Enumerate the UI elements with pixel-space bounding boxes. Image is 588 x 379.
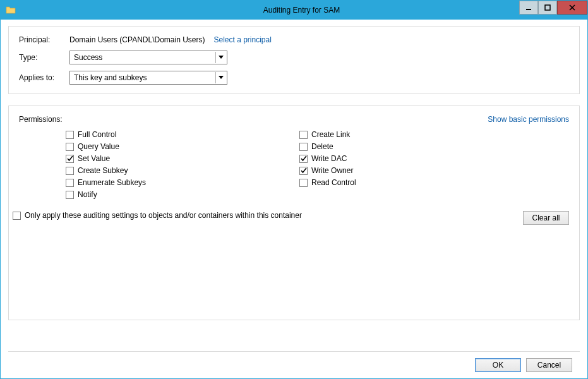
permission-checkbox[interactable]: [299, 131, 308, 139]
show-basic-permissions-link[interactable]: Show basic permissions: [488, 115, 569, 124]
permission-label: Write DAC: [311, 154, 347, 163]
permission-label: Create Link: [311, 130, 350, 139]
select-principal-link[interactable]: Select a principal: [214, 35, 272, 44]
permission-row: Read Control: [299, 178, 486, 187]
titlebar[interactable]: Auditing Entry for SAM: [1, 1, 587, 20]
type-dropdown[interactable]: Success: [69, 51, 227, 64]
permission-checkbox[interactable]: [299, 167, 308, 175]
maximize-button[interactable]: [538, 1, 557, 15]
permissions-columns: Full ControlQuery ValueSet ValueCreate S…: [19, 130, 569, 202]
cancel-label: Cancel: [537, 361, 561, 370]
principal-label: Principal:: [19, 35, 69, 44]
permission-label: Full Control: [78, 130, 116, 139]
appliesto-dropdown[interactable]: This key and subkeys: [69, 71, 227, 85]
permission-checkbox[interactable]: [299, 179, 308, 187]
type-label: Type:: [19, 53, 69, 62]
folder-icon: [6, 5, 16, 15]
window-title: Auditing Entry for SAM: [16, 6, 587, 15]
only-apply-checkbox[interactable]: [13, 212, 21, 220]
window-frame: Auditing Entry for SAM Principal: Domain…: [0, 0, 588, 379]
clear-all-button[interactable]: Clear all: [523, 211, 569, 225]
permissions-header: Permissions:: [19, 115, 63, 124]
only-apply-label: Only apply these auditing settings to ob…: [25, 211, 302, 220]
permission-checkbox[interactable]: [66, 143, 74, 151]
permission-row: Create Link: [299, 130, 486, 139]
svg-rect-1: [545, 5, 550, 10]
type-dropdown-value: Success: [74, 53, 102, 62]
permission-row: Delete: [299, 142, 486, 151]
permission-label: Write Owner: [311, 166, 353, 175]
permission-label: Query Value: [78, 142, 119, 151]
permission-checkbox[interactable]: [66, 155, 74, 163]
principal-panel: Principal: Domain Users (CPANDL\Domain U…: [8, 26, 580, 94]
permission-row: Query Value: [66, 142, 253, 151]
appliesto-label: Applies to:: [19, 73, 69, 82]
permissions-panel: Permissions: Show basic permissions Full…: [8, 105, 580, 320]
footer: OK Cancel: [8, 351, 580, 378]
chevron-down-icon: [215, 72, 225, 83]
permission-label: Set Value: [78, 154, 110, 163]
permission-label: Read Control: [311, 178, 356, 187]
permission-label: Delete: [311, 142, 333, 151]
ok-button[interactable]: OK: [475, 358, 521, 372]
window-controls: [519, 1, 587, 15]
permission-label: Create Subkey: [78, 166, 128, 175]
permission-row: Create Subkey: [66, 166, 253, 175]
permission-label: Notify: [78, 190, 97, 199]
permission-checkbox[interactable]: [66, 167, 74, 175]
principal-value: Domain Users (CPANDL\Domain Users): [69, 35, 205, 44]
chevron-down-icon: [215, 52, 225, 63]
minimize-button[interactable]: [519, 1, 538, 15]
permission-row: Full Control: [66, 130, 253, 139]
permission-label: Enumerate Subkeys: [78, 178, 146, 187]
permission-checkbox[interactable]: [299, 143, 308, 151]
permission-row: Enumerate Subkeys: [66, 178, 253, 187]
appliesto-dropdown-value: This key and subkeys: [74, 73, 147, 82]
permission-row: Write DAC: [299, 154, 486, 163]
close-button[interactable]: [557, 1, 587, 15]
cancel-button[interactable]: Cancel: [526, 358, 572, 372]
ok-label: OK: [493, 361, 503, 370]
permission-row: Write Owner: [299, 166, 486, 175]
svg-rect-0: [526, 9, 531, 10]
permission-checkbox[interactable]: [66, 179, 74, 187]
body-area: Principal: Domain Users (CPANDL\Domain U…: [1, 20, 587, 378]
permission-row: Set Value: [66, 154, 253, 163]
permission-checkbox[interactable]: [299, 155, 308, 163]
permission-row: Notify: [66, 190, 253, 199]
permission-checkbox[interactable]: [66, 191, 74, 199]
clear-all-label: Clear all: [532, 214, 560, 222]
permission-checkbox[interactable]: [66, 131, 74, 139]
